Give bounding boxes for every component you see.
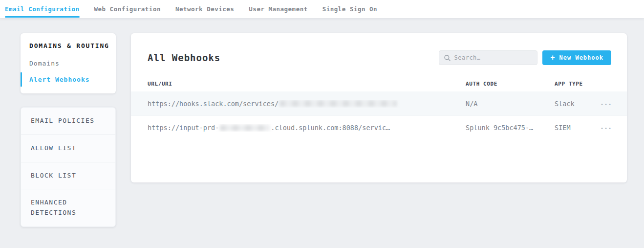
table-header-row: URL/URI AUTH CODE APP TYPE [131, 81, 627, 87]
redacted-url-segment [220, 125, 270, 131]
webhook-url-prefix: https://hooks.slack.com/services/ [148, 100, 279, 108]
panel-header-actions: + New Webhook [439, 50, 611, 65]
table-row[interactable]: https://hooks.slack.com/services/ N/A Sl… [131, 91, 627, 115]
plus-icon: + [550, 54, 555, 62]
webhook-url-suffix: .cloud.splunk.com:8088/servic… [271, 124, 390, 132]
new-webhook-button[interactable]: + New Webhook [542, 50, 611, 65]
row-more-menu-icon[interactable]: ••• [601, 126, 612, 131]
sidebar-item-enhanced-detections[interactable]: ENHANCED DETECTIONS [21, 189, 115, 226]
app-type-cell: SIEM [555, 124, 593, 132]
row-more-menu-icon[interactable]: ••• [601, 102, 612, 107]
tab-web-configuration[interactable]: Web Configuration [94, 0, 161, 18]
auth-code-cell: N/A [466, 100, 555, 108]
auth-code-cell: Splunk 9c5bc475-… [466, 124, 555, 132]
sidebar-item-block-list[interactable]: BLOCK LIST [21, 162, 115, 189]
column-header-auth-code: AUTH CODE [466, 81, 555, 87]
search-input[interactable] [454, 54, 532, 61]
sidebar-item-allow-list[interactable]: ALLOW LIST [21, 135, 115, 162]
sidebar-item-domains[interactable]: Domains [21, 55, 116, 71]
webhooks-table: URL/URI AUTH CODE APP TYPE https://hooks… [131, 81, 627, 139]
tab-network-devices[interactable]: Network Devices [175, 0, 234, 18]
webhook-url-prefix: https://input-prd- [148, 124, 219, 132]
domains-routing-card: DOMAINS & ROUTING Domains Alert Webhooks [21, 33, 116, 93]
page-title: All Webhooks [148, 52, 220, 63]
tab-email-configuration[interactable]: Email Configuration [5, 0, 80, 18]
app-type-cell: Slack [555, 100, 593, 108]
top-tab-bar: Email Configuration Web Configuration Ne… [0, 0, 644, 18]
tab-single-sign-on[interactable]: Single Sign On [322, 0, 377, 18]
domains-routing-title: DOMAINS & ROUTING [21, 41, 116, 55]
page-content: DOMAINS & ROUTING Domains Alert Webhooks… [0, 18, 644, 227]
webhooks-panel: All Webhooks + New Webhook URL/URI A [131, 33, 627, 182]
column-header-app-type: APP TYPE [555, 81, 593, 87]
sidebar-item-alert-webhooks[interactable]: Alert Webhooks [21, 71, 116, 88]
search-box[interactable] [439, 50, 537, 65]
panel-header: All Webhooks + New Webhook [131, 33, 627, 65]
policies-card: EMAIL POLICIES ALLOW LIST BLOCK LIST ENH… [21, 107, 116, 227]
sidebar-item-email-policies[interactable]: EMAIL POLICIES [21, 108, 115, 135]
sidebar: DOMAINS & ROUTING Domains Alert Webhooks… [21, 33, 116, 227]
column-header-url: URL/URI [148, 81, 466, 87]
search-icon [444, 55, 451, 61]
table-row[interactable]: https://input-prd- .cloud.splunk.com:808… [131, 115, 627, 139]
new-webhook-button-label: New Webhook [559, 54, 603, 61]
webhook-url-cell: https://input-prd- .cloud.splunk.com:808… [148, 124, 466, 132]
webhook-url-cell: https://hooks.slack.com/services/ [148, 100, 466, 108]
tab-user-management[interactable]: User Management [249, 0, 307, 18]
redacted-url-segment [279, 100, 397, 107]
